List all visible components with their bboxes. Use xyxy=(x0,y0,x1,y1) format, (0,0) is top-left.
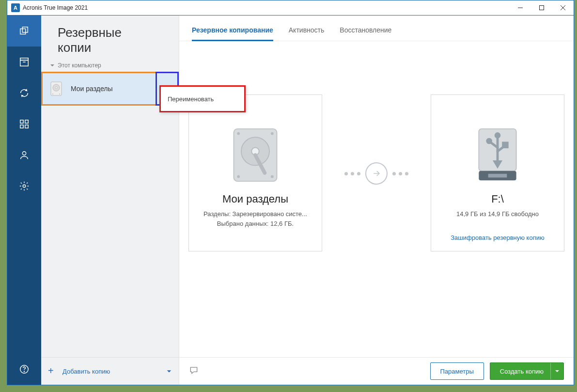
sidebar-footer: + Добавить копию xyxy=(41,357,179,385)
svg-rect-0 xyxy=(540,6,544,10)
svg-point-15 xyxy=(55,87,57,89)
nav-archive[interactable] xyxy=(7,47,41,78)
svg-point-16 xyxy=(52,94,53,94)
app-window: A Acronis True Image 2021 xyxy=(7,0,574,385)
gear-icon xyxy=(19,181,30,191)
group-header[interactable]: Этот компьютер xyxy=(50,62,179,69)
arrow-divider xyxy=(344,162,408,185)
svg-rect-1 xyxy=(20,29,26,34)
svg-point-10 xyxy=(23,185,26,188)
backup-item-label: Мои разделы xyxy=(71,85,113,93)
hdd-large-icon xyxy=(231,127,280,183)
nav-backup[interactable] xyxy=(7,16,41,47)
maximize-button[interactable] xyxy=(531,0,552,15)
svg-point-9 xyxy=(22,152,26,155)
source-sub1: Разделы: Зарезервировано систе... xyxy=(203,210,307,218)
svg-rect-27 xyxy=(488,174,507,178)
nav-rail xyxy=(7,16,41,385)
svg-rect-4 xyxy=(20,60,29,66)
create-backup-dropdown[interactable] xyxy=(550,363,563,379)
nav-help[interactable] xyxy=(7,354,41,385)
panel-heading: Резервные копии xyxy=(58,25,179,55)
source-sub2: Выбрано данных: 12,6 ГБ. xyxy=(217,220,294,227)
usb-drive-icon xyxy=(473,127,522,183)
nav-settings[interactable] xyxy=(7,171,41,202)
svg-point-24 xyxy=(271,175,274,178)
svg-point-17 xyxy=(59,94,60,94)
arrow-circle-icon xyxy=(365,162,388,185)
menu-item-rename[interactable]: Переименовать xyxy=(168,95,214,103)
dest-sub1: 14,9 ГБ из 14,9 ГБ свободно xyxy=(456,210,539,218)
dest-title: F:\ xyxy=(491,193,504,205)
source-title: Мои разделы xyxy=(222,193,288,205)
add-backup-button[interactable]: Добавить копию xyxy=(62,368,110,375)
window-title: Acronis True Image 2021 xyxy=(23,4,88,11)
nav-dashboard[interactable] xyxy=(7,109,41,140)
caret-down-icon xyxy=(50,63,55,68)
svg-point-12 xyxy=(24,371,24,372)
feedback-button[interactable] xyxy=(189,365,199,377)
nav-account[interactable] xyxy=(7,140,41,171)
chevron-down-icon[interactable] xyxy=(166,368,172,374)
create-backup-label: Создать копию xyxy=(500,368,544,375)
svg-rect-7 xyxy=(20,125,23,128)
sync-icon xyxy=(19,88,30,98)
user-icon xyxy=(19,150,30,160)
svg-point-29 xyxy=(487,139,491,143)
plus-icon: + xyxy=(48,367,56,375)
hdd-icon xyxy=(50,81,62,96)
tab-recovery[interactable]: Восстановление xyxy=(340,26,391,41)
source-card[interactable]: Мои разделы Разделы: Зарезервировано сис… xyxy=(188,94,322,251)
tab-backup[interactable]: Резервное копирование xyxy=(192,26,273,41)
copies-icon xyxy=(19,26,30,36)
side-panel: Резервные копии Этот компьютер Мои разде… xyxy=(41,16,179,385)
group-label: Этот компьютер xyxy=(58,62,101,69)
svg-point-22 xyxy=(271,132,274,135)
svg-point-28 xyxy=(496,134,499,138)
help-icon xyxy=(19,364,30,375)
nav-sync[interactable] xyxy=(7,78,41,109)
svg-point-23 xyxy=(237,175,240,178)
parameters-button[interactable]: Параметры xyxy=(430,362,484,380)
app-icon: A xyxy=(11,3,20,12)
svg-rect-5 xyxy=(20,120,23,123)
svg-rect-8 xyxy=(25,125,28,128)
create-backup-button[interactable]: Создать копию xyxy=(490,362,564,380)
tabs: Резервное копирование Активность Восстан… xyxy=(179,16,574,41)
main-area: Резервное копирование Активность Восстан… xyxy=(179,16,574,385)
archive-icon xyxy=(19,57,30,67)
titlebar: A Acronis True Image 2021 xyxy=(7,0,574,16)
close-button[interactable] xyxy=(552,0,574,15)
main-footer: Параметры Создать копию xyxy=(179,357,574,385)
svg-rect-6 xyxy=(25,120,28,123)
context-menu: Переименовать xyxy=(159,85,246,112)
encrypt-backup-link[interactable]: Зашифровать резервную копию xyxy=(451,234,544,241)
svg-rect-30 xyxy=(503,143,508,147)
svg-rect-2 xyxy=(22,27,28,32)
grid-icon xyxy=(19,119,30,129)
destination-card[interactable]: F:\ 14,9 ГБ из 14,9 ГБ свободно Зашифров… xyxy=(431,94,564,251)
backup-item-selected[interactable]: Мои разделы xyxy=(41,72,179,106)
tab-activity[interactable]: Активность xyxy=(289,26,325,41)
minimize-button[interactable] xyxy=(510,0,531,15)
svg-point-21 xyxy=(237,132,240,135)
